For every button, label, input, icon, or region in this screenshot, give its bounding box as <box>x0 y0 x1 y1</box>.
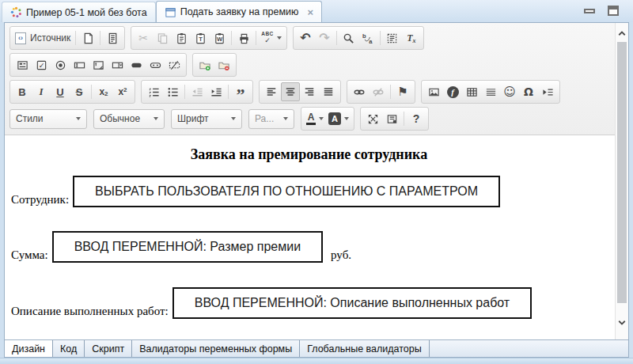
tab-design[interactable]: Дизайн <box>5 340 53 357</box>
indent-button[interactable] <box>207 82 226 101</box>
source-button[interactable]: ‹› Источник <box>13 28 73 47</box>
horizontal-rule-button[interactable] <box>481 82 500 101</box>
smiley-icon: ☺ <box>503 86 516 98</box>
link-icon <box>353 86 366 98</box>
button-element-icon <box>131 59 142 71</box>
text-field-button[interactable] <box>70 55 89 74</box>
blockquote-button[interactable]: ” <box>231 82 250 101</box>
button-element-button[interactable] <box>127 55 146 74</box>
image-button-button[interactable] <box>146 55 165 74</box>
link-button[interactable] <box>350 82 369 101</box>
radio-button[interactable] <box>51 55 70 74</box>
show-blocks-button[interactable] <box>382 109 401 128</box>
amount-variable-placeholder[interactable]: ВВОД ПЕРЕМЕННОЙ: Размер премии <box>52 231 323 263</box>
spellcheck-icon: ABC ✓ <box>261 32 274 44</box>
smiley-button[interactable]: ☺ <box>500 82 519 101</box>
tab-process-example[interactable]: Пример 05-1 мой без бота <box>2 2 156 22</box>
checkbox-button[interactable]: ✓ <box>32 55 51 74</box>
select-field-button[interactable] <box>108 55 127 74</box>
align-left-icon <box>266 86 277 97</box>
undo-button[interactable]: ↶ <box>296 28 315 47</box>
new-page-button[interactable] <box>78 28 97 47</box>
description-label: Описание выполненных работ: <box>11 305 169 319</box>
form-icon <box>17 59 28 71</box>
textarea-button[interactable] <box>89 55 108 74</box>
numbered-list-button[interactable] <box>144 82 163 101</box>
insert-image-button[interactable] <box>424 82 443 101</box>
text-field-icon <box>74 59 85 71</box>
templates-button[interactable] <box>103 28 122 47</box>
cut-button[interactable]: ✂ <box>134 28 153 47</box>
scroll-up-button[interactable] <box>616 25 627 42</box>
tab-script[interactable]: Скрипт <box>85 340 132 357</box>
unlink-button[interactable] <box>369 82 388 101</box>
paragraph-format-combo[interactable]: Обычное <box>93 109 165 129</box>
scrollbar-thumb[interactable] <box>617 42 627 303</box>
spellcheck-button[interactable]: ABC ✓ <box>259 28 284 47</box>
find-button[interactable] <box>339 28 358 47</box>
form-row-employee: Сотрудник: ВЫБРАТЬ ПОЛЬЗОВАТЕЛЯ ПО ОТНОШ… <box>11 176 607 207</box>
tab-global-validators[interactable]: Глобальные валидаторы <box>300 340 430 357</box>
hidden-field-button[interactable] <box>165 55 184 74</box>
editor-tabbar: Пример 05-1 мой без бота Подать заявку н… <box>0 0 633 22</box>
scroll-down-button[interactable] <box>616 314 627 332</box>
align-center-button[interactable] <box>281 82 300 101</box>
omega-icon: Ω <box>524 86 533 97</box>
maximize-editor-button[interactable] <box>363 109 382 128</box>
bulleted-list-button[interactable] <box>163 82 182 101</box>
replace-button[interactable]: ba <box>358 28 377 47</box>
insert-flash-button[interactable]: f <box>443 82 462 101</box>
vertical-scrollbar[interactable] <box>615 23 628 339</box>
font-combo[interactable]: Шрифт <box>171 109 242 129</box>
remove-form-button[interactable] <box>214 55 233 74</box>
bold-icon: B <box>18 86 25 98</box>
user-picker-placeholder[interactable]: ВЫБРАТЬ ПОЛЬЗОВАТЕЛЯ ПО ОТНОШЕНИЮ С ПАРА… <box>73 176 500 207</box>
select-all-button[interactable] <box>383 28 402 47</box>
insert-form-button[interactable] <box>195 55 214 74</box>
insert-iframe-button[interactable] <box>538 82 557 101</box>
maximize-view-icon[interactable] <box>608 6 619 16</box>
toolbar-row-4: Стили Обычное Шрифт Ра... <box>8 105 612 132</box>
folder-minus-icon <box>218 59 230 71</box>
font-size-combo[interactable]: Ра... <box>248 109 294 129</box>
tab-form-validators[interactable]: Валидаторы переменных формы <box>132 340 300 357</box>
justify-button[interactable] <box>319 82 338 101</box>
subscript-button[interactable]: x2 <box>94 82 113 101</box>
align-right-button[interactable] <box>300 82 319 101</box>
italic-button[interactable]: I <box>32 82 51 101</box>
show-blocks-icon <box>386 113 398 125</box>
paste-word-icon: W <box>214 32 226 44</box>
tab-code[interactable]: Код <box>53 340 85 357</box>
styles-combo[interactable]: Стили <box>9 109 87 129</box>
paste-as-text-button[interactable]: T <box>191 28 210 47</box>
paste-text-icon: T <box>195 32 207 44</box>
close-tab-icon[interactable]: × <box>307 7 313 17</box>
bold-button[interactable]: B <box>13 82 32 101</box>
description-variable-placeholder[interactable]: ВВОД ПЕРЕМЕННОЙ: Описание выполненных ра… <box>172 287 532 319</box>
redo-button[interactable]: ↷ <box>315 28 334 47</box>
anchor-button[interactable]: ⚑ <box>393 82 412 101</box>
templates-icon <box>107 32 119 44</box>
form-canvas[interactable]: Заявка на премирование сотрудника Сотруд… <box>5 135 615 339</box>
paste-from-word-button[interactable]: W <box>210 28 229 47</box>
align-left-button[interactable] <box>262 82 281 101</box>
insert-table-button[interactable] <box>462 82 481 101</box>
text-color-button[interactable]: A <box>304 109 326 128</box>
minimize-view-icon[interactable] <box>584 9 595 13</box>
form-button[interactable] <box>13 55 32 74</box>
copy-button[interactable] <box>153 28 172 47</box>
toolbar-row-3: B I U S x2 x2 <box>8 78 612 105</box>
remove-format-button[interactable]: Tx <box>402 28 421 47</box>
outdent-button[interactable] <box>188 82 207 101</box>
special-char-button[interactable]: Ω <box>519 82 538 101</box>
strikethrough-button[interactable]: S <box>70 82 89 101</box>
paste-button[interactable] <box>172 28 191 47</box>
print-button[interactable] <box>234 28 253 47</box>
superscript-button[interactable]: x2 <box>113 82 132 101</box>
about-button[interactable]: ? <box>407 109 426 128</box>
underline-button[interactable]: U <box>51 82 70 101</box>
tab-form-editor[interactable]: Подать заявку на премию × <box>156 1 322 22</box>
strikethrough-icon: S <box>76 86 83 98</box>
background-color-button[interactable]: A <box>326 109 351 128</box>
print-icon <box>238 32 250 44</box>
